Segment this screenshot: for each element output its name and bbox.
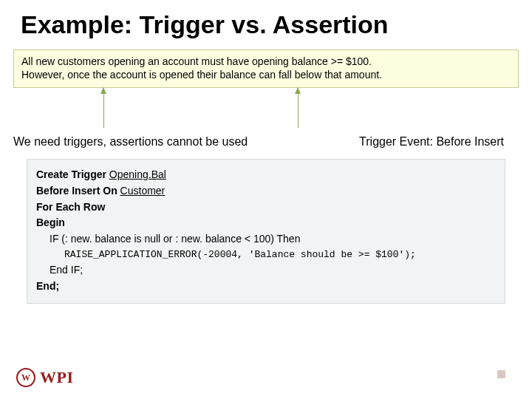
annotation-right: Trigger Event: Before Insert [359, 135, 504, 149]
annotation-row: We need triggers, assertions cannot be u… [13, 135, 504, 149]
code-line-3: For Each Row [36, 200, 496, 216]
code-box: Create Trigger Opening.Bal Before Insert… [27, 159, 505, 304]
wpi-text: WPI [40, 368, 74, 387]
code-line-8: End; [36, 279, 496, 295]
code-line-4: Begin [36, 215, 496, 231]
wpi-logo: W WPI [16, 368, 74, 387]
rule-line-2: However, once the account is opened thei… [21, 68, 511, 81]
annotation-left: We need triggers, assertions cannot be u… [13, 135, 248, 149]
code-kw: Create Trigger [36, 168, 109, 180]
code-line-2: Before Insert On Customer [36, 183, 496, 200]
arrow-right [298, 88, 299, 128]
corner-dot-icon [497, 370, 505, 378]
code-kw: Before Insert On [36, 185, 120, 197]
arrow-area [13, 88, 519, 132]
arrow-left [103, 88, 104, 128]
code-line-6: RAISE_APPLICATION_ERROR(-20004, 'Balance… [36, 248, 496, 262]
code-ident: Customer [120, 185, 166, 197]
code-ident: Opening.Bal [109, 168, 166, 180]
wpi-seal-icon: W [16, 368, 35, 387]
rule-box: All new customers opening an account mus… [13, 50, 519, 88]
code-line-5: IF (: new. balance is null or : new. bal… [36, 231, 496, 248]
code-line-7: End IF; [36, 262, 496, 279]
code-line-1: Create Trigger Opening.Bal [36, 167, 496, 183]
rule-line-1: All new customers opening an account mus… [21, 55, 511, 68]
slide-title: Example: Trigger vs. Assertion [0, 0, 532, 39]
